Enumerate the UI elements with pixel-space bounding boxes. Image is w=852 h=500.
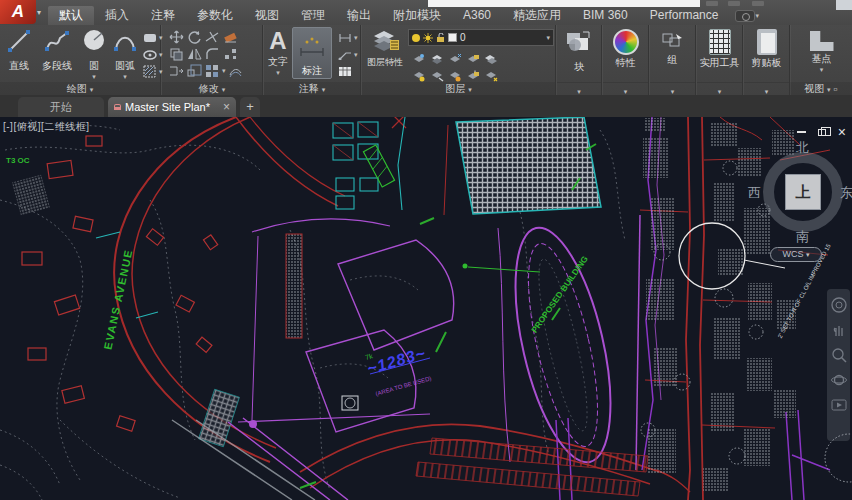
stretch-icon[interactable] — [168, 63, 185, 78]
layer-lock2-icon[interactable] — [464, 51, 481, 66]
new-drawing-tab-button[interactable]: + — [240, 97, 260, 117]
properties-panel-caret-icon[interactable]: ▾ — [624, 88, 628, 95]
rectangle-icon[interactable] — [141, 30, 158, 45]
ellipse-icon[interactable] — [141, 47, 158, 62]
ribbon-tab-featured-apps[interactable]: 精选应用 — [502, 6, 572, 25]
dimension-button[interactable]: 标注 — [292, 27, 332, 79]
ribbon-tab-insert[interactable]: 插入 — [94, 6, 140, 25]
ribbon-tab-view[interactable]: 视图 — [244, 6, 290, 25]
layer-prev-icon[interactable] — [410, 68, 427, 83]
viewcube-east-label[interactable]: 东 — [840, 184, 852, 202]
panel-block[interactable]: 块 ▾ — [557, 25, 602, 95]
arc-button[interactable]: 圆弧 ▾ — [110, 28, 140, 81]
drawing-canvas[interactable]: [-][俯视][二维线框] — [0, 117, 852, 500]
utilities-panel-caret-icon[interactable]: ▾ — [718, 88, 722, 95]
layer-freeze-icon[interactable] — [423, 33, 433, 43]
clipboard-panel-caret-icon[interactable]: ▾ — [765, 88, 769, 95]
panel-title-draw[interactable]: 绘图 ▾ — [0, 82, 160, 95]
ribbon-tab-performance[interactable]: Performance — [639, 6, 730, 25]
circle-flyout-caret-icon[interactable]: ▾ — [80, 73, 108, 81]
scale-icon[interactable] — [186, 63, 203, 78]
panel-group[interactable]: 组 ▾ — [650, 25, 696, 95]
panel-properties[interactable]: 特性 ▾ — [603, 25, 649, 95]
move-icon[interactable] — [168, 29, 185, 44]
offset-icon[interactable] — [227, 63, 244, 78]
hatch-icon[interactable] — [141, 64, 158, 79]
linear-dimension-caret-icon[interactable]: ▾ — [354, 34, 358, 42]
ribbon-tab-home[interactable]: 默认 — [48, 6, 94, 25]
layer-isolate-icon[interactable] — [428, 51, 445, 66]
restore-icon[interactable] — [818, 129, 826, 136]
tab-options-caret-icon[interactable]: ▾ — [755, 12, 759, 20]
ribbon-tab-parametric[interactable]: 参数化 — [186, 6, 244, 25]
layer-merge-icon[interactable] — [482, 68, 499, 83]
leader-icon[interactable] — [336, 47, 353, 62]
zoom-icon[interactable] — [831, 347, 847, 363]
file-tab-close-icon[interactable]: × — [223, 97, 230, 117]
polyline-button[interactable]: 多段线 — [37, 28, 77, 73]
layer-freeze2-icon[interactable] — [446, 51, 463, 66]
line-button[interactable]: 直线 — [4, 28, 34, 73]
viewport-controls-label[interactable]: [-][俯视][二维线框] — [3, 120, 90, 134]
file-tab-master-site-plan[interactable]: Master Site Plan* × — [108, 97, 236, 117]
rotate-icon[interactable] — [186, 29, 203, 44]
explode-icon[interactable] — [222, 46, 239, 61]
panel-clipboard[interactable]: 剪贴板 ▾ — [744, 25, 790, 95]
ribbon-tab-output[interactable]: 输出 — [336, 6, 382, 25]
layer-off-icon[interactable] — [410, 51, 427, 66]
layer-properties-button[interactable]: 图层特性 — [366, 28, 404, 67]
viewcube-south-label[interactable]: 南 — [796, 228, 809, 246]
camera-icon[interactable] — [735, 10, 755, 22]
layer-dropdown-caret-icon[interactable]: ▾ — [546, 34, 550, 42]
circle-button[interactable]: 圆 ▾ — [80, 28, 108, 81]
panel-title-modify[interactable]: 修改 ▾ — [162, 82, 262, 95]
trim-icon[interactable] — [204, 29, 221, 44]
layer-unlock2-icon[interactable] — [464, 68, 481, 83]
arc-flyout-caret-icon[interactable]: ▾ — [110, 73, 140, 81]
minimize-icon[interactable] — [797, 131, 806, 133]
panel-title-view[interactable]: 视图 ▾ ¤ — [790, 82, 852, 95]
panel-utilities[interactable]: 实用工具 ▾ — [697, 25, 743, 95]
layer-unlock-icon[interactable] — [436, 33, 445, 43]
linear-dimension-icon[interactable] — [336, 30, 353, 45]
text-button[interactable]: A 文字 ▾ — [266, 28, 290, 77]
erase-icon[interactable] — [222, 29, 239, 44]
application-menu-button[interactable]: A — [0, 0, 36, 24]
ribbon-tab-annotate[interactable]: 注释 — [140, 6, 186, 25]
ribbon-tab-addins[interactable]: 附加模块 — [382, 6, 452, 25]
copy-icon[interactable] — [168, 46, 185, 61]
ribbon-tab-bim360[interactable]: BIM 360 — [572, 6, 639, 25]
ribbon-tab-manage[interactable]: 管理 — [290, 6, 336, 25]
layer-state-icon[interactable] — [446, 68, 463, 83]
layer-color-swatch[interactable] — [448, 33, 457, 42]
panel-basepoint[interactable]: 基点 ▾ 视图 ▾ ¤ — [791, 25, 852, 95]
leader-caret-icon[interactable]: ▾ — [354, 51, 358, 59]
viewcube-top-face[interactable]: 上 — [786, 175, 820, 209]
panel-title-layers[interactable]: 图层 ▾ — [362, 82, 555, 95]
group-panel-caret-icon[interactable]: ▾ — [671, 88, 675, 95]
fillet-icon[interactable] — [204, 46, 221, 61]
navigation-wheel-icon[interactable] — [831, 297, 847, 313]
ucs-dropdown[interactable]: WCS ▾ — [770, 247, 822, 262]
show-motion-icon[interactable] — [831, 397, 847, 413]
close-icon[interactable]: × — [838, 127, 846, 137]
orbit-icon[interactable] — [831, 372, 847, 388]
block-panel-caret-icon[interactable]: ▾ — [577, 88, 581, 95]
file-tab-start[interactable]: 开始 — [18, 97, 104, 117]
array-caret-icon[interactable]: ▾ — [222, 67, 226, 75]
table-icon[interactable] — [336, 64, 353, 79]
layer-dropdown[interactable]: 0 ▾ — [408, 29, 554, 46]
pan-icon[interactable] — [831, 322, 847, 338]
layer-match-icon[interactable] — [482, 51, 499, 66]
layer-walk-icon[interactable] — [428, 68, 445, 83]
layer-on-icon[interactable] — [412, 34, 420, 42]
ribbon-collapse-icon[interactable]: ¤ — [833, 85, 837, 94]
panel-title-annotation[interactable]: 注释 ▾ — [264, 82, 360, 95]
viewcube-north-label[interactable]: 北 — [796, 139, 809, 157]
array-icon[interactable] — [204, 63, 221, 78]
application-menu-caret-icon[interactable]: ▾ — [37, 8, 41, 17]
ribbon-tab-a360[interactable]: A360 — [452, 6, 502, 25]
mirror-icon[interactable] — [186, 46, 203, 61]
text-caret-icon[interactable]: ▾ — [266, 69, 290, 77]
viewcube-west-label[interactable]: 西 — [748, 184, 761, 202]
